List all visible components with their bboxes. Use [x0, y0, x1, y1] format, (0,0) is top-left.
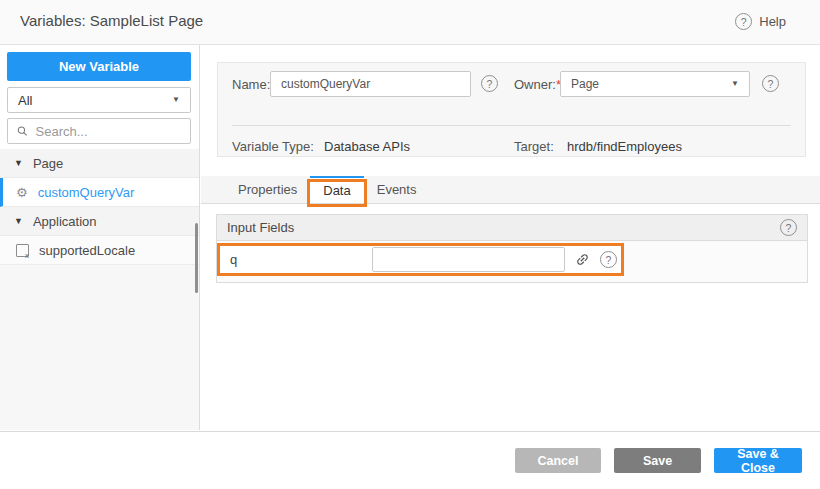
target-label: Target:: [514, 139, 554, 154]
save-button[interactable]: Save: [614, 448, 701, 473]
input-field-row-q: q ?: [217, 243, 624, 276]
chevron-down-icon: ▼: [14, 217, 23, 226]
field-help-icon[interactable]: ?: [600, 251, 617, 268]
tree-group-label: Application: [33, 214, 97, 229]
help-button[interactable]: ? Help: [735, 13, 786, 30]
tree-group-application[interactable]: ▼ Application: [0, 207, 199, 236]
input-fields-header: Input Fields ?: [217, 215, 807, 241]
service-variable-icon: ⚙: [16, 186, 28, 199]
tree-item-customqueryvar[interactable]: ⚙ customQueryVar: [0, 178, 199, 207]
card-divider: [232, 125, 791, 126]
input-fields-help-icon[interactable]: ?: [780, 219, 797, 236]
new-variable-button[interactable]: New Variable: [7, 52, 191, 81]
input-fields-panel: Input Fields ? q ?: [216, 214, 808, 283]
target-value: hrdb/findEmployees: [567, 139, 682, 154]
help-label: Help: [759, 14, 786, 29]
cancel-button[interactable]: Cancel: [515, 448, 601, 473]
chevron-down-icon: ▼: [14, 159, 23, 168]
input-fields-body: q ?: [217, 241, 807, 282]
variable-filter-select[interactable]: All ▼: [7, 87, 191, 113]
page-title: Variables: SampleList Page: [20, 12, 203, 29]
input-fields-title: Input Fields: [227, 220, 294, 235]
tree-item-label: supportedLocale: [39, 243, 135, 258]
bind-field-button[interactable]: [573, 251, 591, 269]
sidebar-empty-area: [0, 265, 199, 430]
variables-tree: ▼ Page ⚙ customQueryVar ▼ Application x …: [0, 149, 199, 265]
chevron-down-icon: ▼: [731, 80, 739, 88]
variables-dialog: Variables: SampleList Page ? Help New Va…: [0, 0, 820, 489]
variable-detail-pane: Name:* ? Owner:* Page ▼ ? Variable Type:…: [201, 45, 820, 430]
variable-summary-card: Name:* ? Owner:* Page ▼ ? Variable Type:…: [217, 62, 806, 157]
owner-help-icon[interactable]: ?: [762, 75, 779, 92]
tree-item-label: customQueryVar: [38, 185, 135, 200]
variable-type-value: Database APIs: [324, 139, 410, 154]
name-label: Name:*: [232, 77, 275, 92]
variable-type-label: Variable Type:: [232, 139, 314, 154]
dialog-footer: Cancel Save Save & Close: [0, 431, 820, 489]
search-input[interactable]: [34, 123, 182, 140]
tree-item-supportedlocale[interactable]: x supportedLocale: [0, 236, 199, 265]
search-icon: [17, 125, 28, 137]
owner-value: Page: [571, 77, 599, 91]
search-box: [7, 118, 191, 144]
field-name-label: q: [230, 252, 372, 267]
field-value-input[interactable]: [372, 247, 565, 272]
tab-events[interactable]: Events: [364, 176, 430, 203]
tree-group-label: Page: [33, 156, 63, 171]
chevron-down-icon: ▼: [172, 96, 180, 104]
variables-sidebar: New Variable All ▼ ▼ Page ⚙ customQueryV…: [0, 45, 200, 430]
tree-group-page[interactable]: ▼ Page: [0, 149, 199, 178]
tab-data[interactable]: Data: [310, 176, 363, 203]
tab-properties[interactable]: Properties: [225, 176, 310, 203]
owner-select[interactable]: Page ▼: [560, 71, 750, 97]
link-icon: [571, 249, 592, 270]
model-variable-icon: x: [16, 244, 29, 257]
detail-tabs: Properties Data Events: [201, 176, 820, 204]
dialog-header: Variables: SampleList Page ? Help: [0, 0, 820, 45]
name-field[interactable]: [270, 71, 471, 97]
owner-label: Owner:*: [514, 77, 561, 92]
variable-filter-value: All: [18, 93, 32, 108]
name-help-icon[interactable]: ?: [481, 75, 498, 92]
save-close-button[interactable]: Save & Close: [714, 448, 802, 473]
help-icon: ?: [735, 13, 752, 30]
sidebar-scrollbar-thumb[interactable]: [195, 223, 198, 293]
